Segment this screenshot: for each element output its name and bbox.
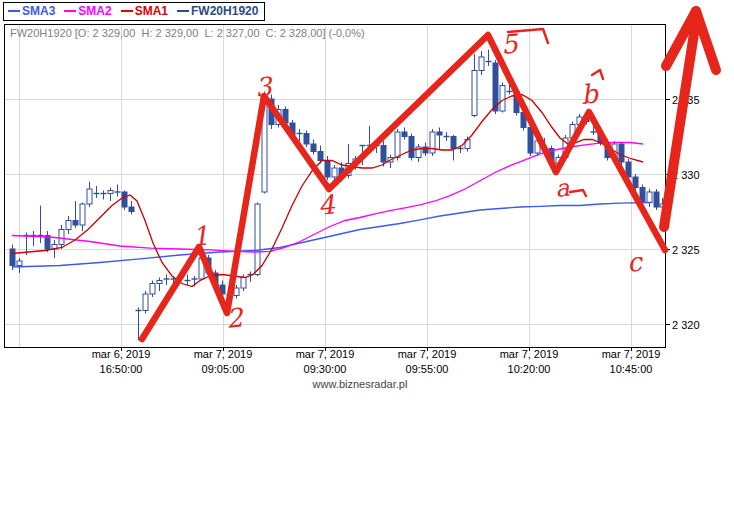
candle-up xyxy=(234,288,239,296)
candle-up xyxy=(80,204,85,225)
x-tick-date: mar 7, 2019 xyxy=(194,348,253,360)
line-swatch-icon xyxy=(177,10,189,12)
y-tick-label: 2 320 xyxy=(672,319,700,331)
candle-down xyxy=(633,177,638,188)
candle-up xyxy=(430,132,435,153)
candle-down xyxy=(318,152,323,161)
candle-down xyxy=(325,161,330,178)
candle-up xyxy=(500,86,505,112)
legend-item-label: SMA3 xyxy=(22,4,55,18)
price-chart: 2 3352 3302 3252 320mar 6, 201916:50:00m… xyxy=(0,0,734,531)
candle-up xyxy=(395,132,400,158)
candle-down xyxy=(619,144,624,162)
x-tick-time: 09:55:00 xyxy=(406,363,449,375)
line-swatch-icon xyxy=(64,10,76,12)
candle-down xyxy=(451,137,456,149)
candle-up xyxy=(479,57,484,71)
legend-item-label: SMA2 xyxy=(78,4,111,18)
legend-item-sma3[interactable]: SMA3 xyxy=(8,4,55,18)
candle-up xyxy=(87,189,92,204)
candle-up xyxy=(157,281,162,284)
candle-down xyxy=(10,249,15,266)
candle-down xyxy=(129,207,134,212)
big-up-arrow-head xyxy=(696,11,716,70)
chart-window: 2 3352 3302 3252 320mar 6, 201916:50:00m… xyxy=(0,0,734,531)
y-tick-label: 2 325 xyxy=(672,244,700,256)
x-tick-date: mar 7, 2019 xyxy=(398,348,457,360)
x-tick-date: mar 6, 2019 xyxy=(92,348,151,360)
candle-up xyxy=(59,230,64,245)
candle-up xyxy=(332,168,337,177)
candle-up xyxy=(255,204,260,275)
candle-up xyxy=(241,278,246,289)
candle-down xyxy=(73,221,78,226)
watermark[interactable]: www.biznesradar.pl xyxy=(312,378,408,390)
x-tick-time: 16:50:00 xyxy=(100,363,143,375)
candle-up xyxy=(17,261,22,266)
x-tick-time: 10:45:00 xyxy=(610,363,653,375)
candle-up xyxy=(108,191,113,194)
x-tick-time: 09:30:00 xyxy=(304,363,347,375)
x-tick-time: 09:05:00 xyxy=(202,363,245,375)
line-swatch-icon xyxy=(121,10,133,12)
legend-item-label: FW20H1920 xyxy=(191,4,258,18)
x-tick-date: mar 7, 2019 xyxy=(296,348,355,360)
candle-down xyxy=(402,132,407,137)
candle-up xyxy=(647,192,652,203)
x-axis: mar 6, 201916:50:00mar 7, 201909:05:00ma… xyxy=(92,347,661,375)
candle-up xyxy=(66,221,71,230)
candle-down xyxy=(654,192,659,207)
candle-down xyxy=(381,146,386,163)
candle-down xyxy=(122,192,127,207)
legend: SMA3SMA2SMA1FW20H1920 xyxy=(3,2,265,21)
line-swatch-icon xyxy=(8,10,20,12)
x-tick-date: mar 7, 2019 xyxy=(602,348,661,360)
candle-up xyxy=(472,71,477,116)
candle-down xyxy=(304,134,309,145)
candle-up xyxy=(143,294,148,311)
legend-item-fw20h1920[interactable]: FW20H1920 xyxy=(177,4,258,18)
legend-item-label: SMA1 xyxy=(135,4,168,18)
legend-item-sma2[interactable]: SMA2 xyxy=(64,4,111,18)
x-tick-time: 10:20:00 xyxy=(508,363,551,375)
candle-down xyxy=(437,132,442,135)
candle-down xyxy=(311,144,316,152)
legend-item-sma1[interactable]: SMA1 xyxy=(121,4,168,18)
candle-up xyxy=(150,284,155,295)
ohlc-info-line: FW20H1920 [O: 2 329,00 H: 2 329,00 L: 2 … xyxy=(10,27,365,39)
candle-down xyxy=(409,137,414,158)
wave-label-1: 1 xyxy=(190,220,210,252)
candle-down xyxy=(493,63,498,111)
x-tick-date: mar 7, 2019 xyxy=(500,348,559,360)
